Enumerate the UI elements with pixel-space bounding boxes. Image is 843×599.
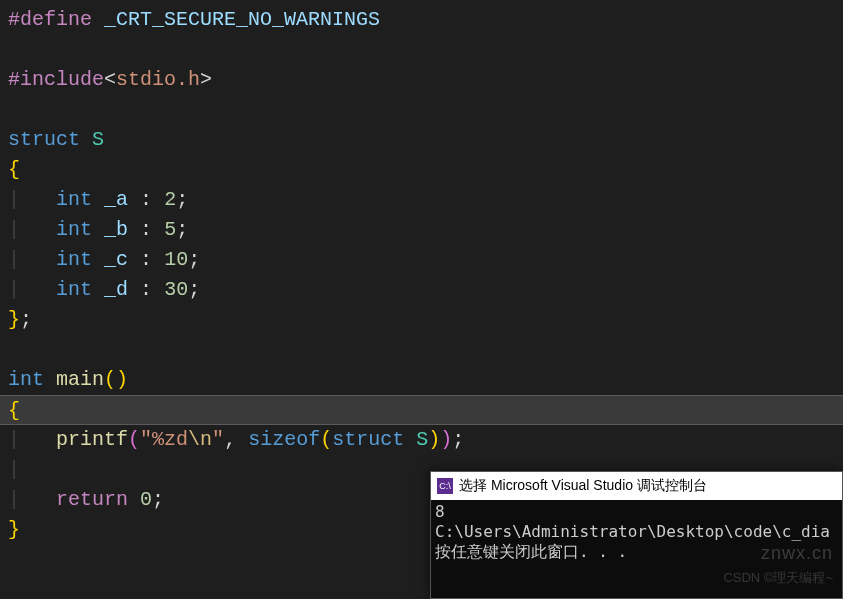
console-icon: C:\ (437, 478, 453, 494)
console-title: 选择 Microsoft Visual Studio 调试控制台 (459, 477, 707, 495)
code-line: | int _d : 30; (8, 275, 835, 305)
preproc-include: #include (8, 68, 104, 91)
code-line-blank (8, 95, 835, 125)
console-titlebar[interactable]: C:\ 选择 Microsoft Visual Studio 调试控制台 (431, 472, 842, 500)
include-header: stdio.h (116, 68, 200, 91)
field-b: _b (104, 218, 128, 241)
code-line-current: { (0, 395, 843, 425)
code-editor[interactable]: #define _CRT_SECURE_NO_WARNINGS #include… (0, 0, 843, 550)
watermark-znwx: znwx.cn (761, 543, 833, 564)
code-line: #define _CRT_SECURE_NO_WARNINGS (8, 5, 835, 35)
main-function: main (56, 368, 104, 391)
struct-keyword: struct (8, 128, 80, 151)
brace-close: } (8, 518, 20, 541)
struct-name: S (92, 128, 104, 151)
code-line: { (8, 155, 835, 185)
brace-open: { (8, 158, 20, 181)
code-line: #include<stdio.h> (8, 65, 835, 95)
field-c: _c (104, 248, 128, 271)
watermark-csdn: CSDN ©理天编程~ (723, 569, 833, 587)
code-line: | int _a : 2; (8, 185, 835, 215)
brace-open: { (8, 399, 20, 422)
sizeof-keyword: sizeof (248, 428, 320, 451)
code-line: | printf("%zd\n", sizeof(struct S)); (8, 425, 835, 455)
console-line: C:\Users\Administrator\Desktop\code\c_di… (435, 522, 838, 542)
printf-call: printf (56, 428, 128, 451)
macro-name: _CRT_SECURE_NO_WARNINGS (104, 8, 380, 31)
code-line: | int _b : 5; (8, 215, 835, 245)
field-d: _d (104, 278, 128, 301)
preproc-define: #define (8, 8, 92, 31)
code-line: int main() (8, 365, 835, 395)
return-keyword: return (56, 488, 128, 511)
code-line: struct S (8, 125, 835, 155)
field-a: _a (104, 188, 128, 211)
brace-close: } (8, 308, 20, 331)
console-line: 8 (435, 502, 838, 522)
code-line-blank (8, 335, 835, 365)
code-line-blank (8, 35, 835, 65)
code-line: | int _c : 10; (8, 245, 835, 275)
code-line: }; (8, 305, 835, 335)
